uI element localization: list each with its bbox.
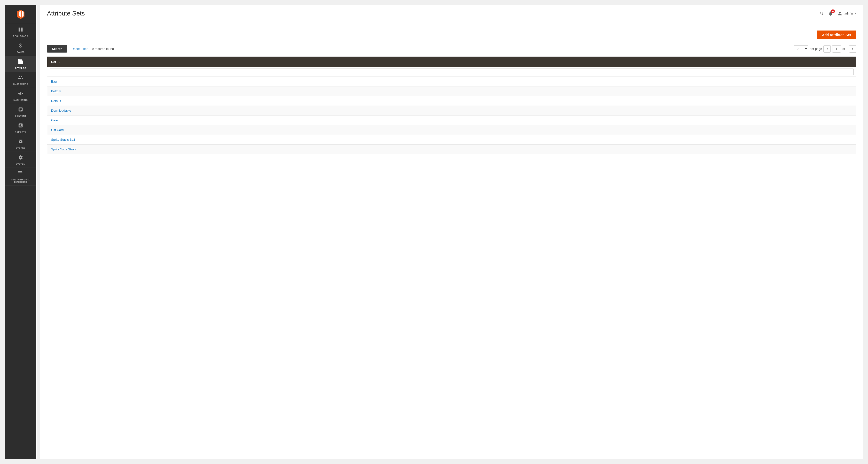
- magento-logo-icon: [15, 9, 26, 20]
- sidebar-navigation: DASHBOARD SALES CATALOG CU: [5, 24, 36, 186]
- search-button[interactable]: [819, 11, 824, 16]
- sidebar-item-content-label: CONTENT: [15, 115, 26, 117]
- filter-bar: Search Reset Filter 9 records found 20 3…: [47, 45, 857, 56]
- customers-icon: [18, 75, 23, 82]
- table-row: Downloadable: [47, 106, 857, 116]
- sidebar-item-customers[interactable]: CUSTOMERS: [5, 72, 36, 88]
- set-filter-input[interactable]: [50, 68, 854, 75]
- column-header-set-label: Set: [51, 60, 56, 64]
- sidebar-item-stores-label: STORES: [16, 147, 25, 149]
- notification-badge: 39: [831, 9, 835, 13]
- table-row: Default: [47, 96, 857, 106]
- set-name-cell[interactable]: Gift Card: [47, 125, 857, 135]
- sidebar-item-reports[interactable]: REPORTS: [5, 120, 36, 136]
- set-name-cell[interactable]: Downloadable: [47, 106, 857, 116]
- sidebar-item-content[interactable]: CONTENT: [5, 104, 36, 120]
- admin-username: admin: [844, 11, 853, 15]
- sidebar-item-stores[interactable]: STORES: [5, 136, 36, 152]
- reports-icon: [18, 123, 23, 129]
- set-name-cell[interactable]: Sprite Yoga Strap: [47, 145, 857, 154]
- reset-filter-button[interactable]: Reset Filter: [70, 45, 88, 53]
- per-page-label: per page: [810, 47, 822, 51]
- sidebar-item-system-label: SYSTEM: [16, 163, 25, 165]
- sidebar-item-marketing[interactable]: MARKETING: [5, 88, 36, 104]
- sidebar-item-catalog-label: CATALOG: [15, 67, 26, 69]
- filter-row: [47, 67, 857, 77]
- marketing-icon: [18, 91, 23, 98]
- sales-icon: [18, 43, 23, 50]
- table-row: Bag: [47, 77, 857, 87]
- table-row: Gift Card: [47, 125, 857, 135]
- sidebar-item-dashboard[interactable]: DASHBOARD: [5, 24, 36, 40]
- table-row: Bottom: [47, 87, 857, 96]
- main-content: Attribute Sets 39 admin ▾ Add A: [40, 5, 863, 459]
- stores-icon: [18, 139, 23, 146]
- system-icon: [18, 155, 23, 161]
- set-name-cell[interactable]: Bag: [47, 77, 857, 87]
- partners-icon: [18, 171, 23, 178]
- set-name-cell[interactable]: Default: [47, 96, 857, 106]
- admin-user-menu[interactable]: admin ▾: [837, 11, 857, 16]
- prev-page-button[interactable]: ‹: [824, 45, 831, 53]
- sort-icon: ↓: [59, 61, 60, 63]
- set-name-cell[interactable]: Bottom: [47, 87, 857, 96]
- header-actions: 39 admin ▾: [819, 11, 857, 16]
- sidebar-item-partners-label: FIND PARTNERS & EXTENSIONS: [5, 179, 36, 183]
- sidebar-item-sales-label: SALES: [17, 51, 25, 53]
- table-row: Sprite Stasis Ball: [47, 135, 857, 145]
- search-filter-button[interactable]: Search: [47, 45, 67, 53]
- top-header: Attribute Sets 39 admin ▾: [40, 5, 863, 22]
- set-name-cell[interactable]: Sprite Stasis Ball: [47, 135, 857, 145]
- sidebar-item-dashboard-label: DASHBOARD: [13, 35, 28, 37]
- sidebar-item-marketing-label: MARKETING: [13, 99, 28, 101]
- search-icon: [819, 11, 824, 16]
- sidebar-item-partners[interactable]: FIND PARTNERS & EXTENSIONS: [5, 168, 36, 186]
- table-row: Sprite Yoga Strap: [47, 145, 857, 154]
- current-page-input[interactable]: [832, 45, 841, 53]
- sidebar-item-system[interactable]: SYSTEM: [5, 152, 36, 168]
- sidebar-item-reports-label: REPORTS: [15, 131, 26, 133]
- sidebar-logo: [5, 5, 36, 24]
- pagination-area: 20 30 50 100 200 per page ‹ of 1 ›: [794, 45, 857, 53]
- sidebar: DASHBOARD SALES CATALOG CU: [5, 5, 36, 459]
- user-icon: [837, 11, 843, 16]
- sidebar-item-sales[interactable]: SALES: [5, 40, 36, 56]
- catalog-icon: [18, 59, 23, 66]
- dashboard-icon: [18, 27, 23, 34]
- sidebar-item-customers-label: CUSTOMERS: [13, 83, 28, 85]
- table-row: Gear: [47, 116, 857, 125]
- page-of-label: of 1: [842, 47, 848, 51]
- content-area: Add Attribute Set Search Reset Filter 9 …: [40, 22, 863, 459]
- set-name-cell[interactable]: Gear: [47, 116, 857, 125]
- attribute-sets-table: Set ↓ BagBottomDefaultDownloadableGearGi…: [47, 56, 857, 154]
- records-found: 9 records found: [92, 47, 790, 51]
- column-header-set[interactable]: Set ↓: [47, 57, 857, 67]
- per-page-select[interactable]: 20 30 50 100 200: [794, 45, 808, 52]
- admin-menu-chevron: ▾: [855, 12, 857, 15]
- next-page-button[interactable]: ›: [849, 45, 857, 53]
- notifications-button[interactable]: 39: [828, 11, 833, 16]
- toolbar-top: Add Attribute Set: [47, 27, 857, 42]
- page-title: Attribute Sets: [47, 10, 85, 17]
- content-icon: [18, 107, 23, 114]
- add-attribute-set-button[interactable]: Add Attribute Set: [817, 31, 857, 39]
- table-header-row: Set ↓: [47, 57, 857, 67]
- sidebar-item-catalog[interactable]: CATALOG: [5, 56, 36, 72]
